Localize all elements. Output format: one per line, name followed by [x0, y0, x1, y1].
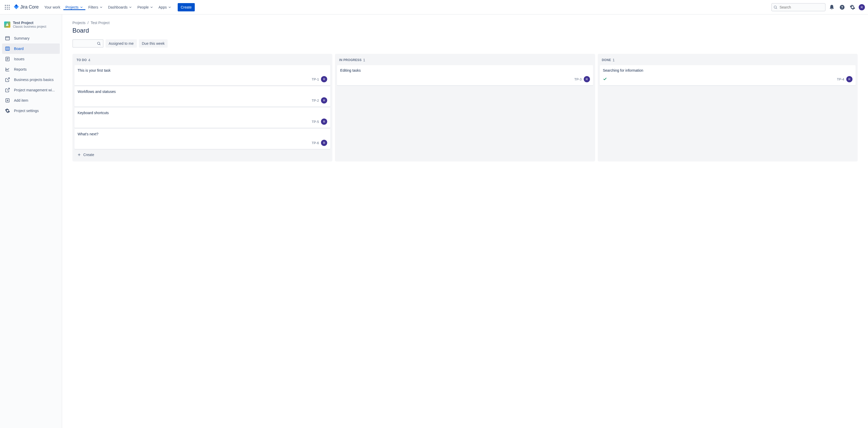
svg-point-1 — [7, 5, 8, 6]
sidebar: Test Project Classic business project Su… — [0, 14, 62, 428]
done-check-icon — [603, 77, 607, 82]
nav-item-people[interactable]: People — [135, 4, 155, 10]
sidebar-item-label: Reports — [14, 67, 27, 71]
nav-item-dashboards[interactable]: Dashboards — [106, 4, 134, 10]
filter-assigned-to-me[interactable]: Assigned to me — [105, 39, 137, 48]
external-icon — [5, 77, 10, 83]
issue-card[interactable]: This is your first taskTP-1R — [74, 65, 330, 85]
assignee-avatar[interactable]: R — [321, 119, 327, 125]
column-header: Done1 — [600, 56, 856, 65]
settings-icon — [5, 108, 10, 114]
nav-item-filters[interactable]: Filters — [86, 4, 105, 10]
card-footer: TP-2R — [78, 97, 327, 103]
assignee-avatar[interactable]: R — [321, 76, 327, 82]
assignee-avatar[interactable]: R — [584, 76, 590, 82]
settings-icon[interactable] — [848, 3, 857, 11]
sidebar-item-reports[interactable]: Reports — [2, 64, 60, 74]
create-issue-button[interactable]: Create — [74, 150, 330, 159]
breadcrumb-projects[interactable]: Projects — [72, 21, 86, 25]
create-issue-label: Create — [83, 153, 94, 157]
board-column-to-do: To do4This is your first taskTP-1RWorkfl… — [72, 54, 332, 161]
sidebar-item-business-projects-basics[interactable]: Business projects basics — [2, 74, 60, 85]
sidebar-item-summary[interactable]: Summary — [2, 33, 60, 43]
app-switcher-icon[interactable] — [3, 3, 11, 11]
nav-item-your-work[interactable]: Your work — [42, 4, 62, 10]
card-footer: TP-6R — [78, 140, 327, 146]
svg-point-0 — [5, 5, 6, 6]
project-name: Test Project — [13, 21, 46, 25]
filter-due-this-week[interactable]: Due this week — [139, 39, 168, 48]
svg-text:?: ? — [841, 5, 843, 9]
issue-title: Workflows and statuses — [78, 90, 327, 94]
column-count: 1 — [363, 58, 365, 62]
chevron-down-icon — [80, 5, 83, 9]
main-content: Projects / Test Project Board Assigned t… — [62, 14, 868, 428]
issue-title: This is your first task — [78, 68, 327, 72]
profile-avatar[interactable]: R — [859, 4, 865, 10]
search-icon — [97, 41, 101, 45]
summary-icon — [5, 35, 10, 41]
column-cards: Editing tasksTP-3R — [337, 65, 593, 85]
issue-key: TP-1 — [312, 78, 319, 81]
assignee-avatar[interactable]: R — [846, 76, 852, 82]
sidebar-item-label: Issues — [14, 57, 24, 61]
nav-item-label: Filters — [89, 5, 98, 9]
nav-item-label: Apps — [159, 5, 167, 9]
sidebar-item-label: Add item — [14, 98, 28, 102]
board-search-input[interactable] — [72, 39, 103, 48]
nav-item-projects[interactable]: Projects — [63, 4, 85, 10]
svg-point-6 — [5, 8, 6, 9]
svg-point-5 — [9, 7, 10, 8]
jira-logo-icon — [13, 4, 19, 10]
sidebar-item-label: Project management wi... — [14, 88, 55, 92]
sidebar-item-label: Board — [14, 47, 24, 51]
issue-card[interactable]: What's next?TP-6R — [74, 129, 330, 149]
svg-point-7 — [7, 8, 8, 9]
sidebar-item-add-item[interactable]: Add item — [2, 95, 60, 105]
column-header: To do4 — [74, 56, 330, 65]
notifications-icon[interactable] — [828, 3, 836, 11]
add-icon — [5, 97, 10, 103]
search-input[interactable] — [771, 3, 826, 11]
top-nav-left: Jira Core Your workProjectsFiltersDashbo… — [3, 3, 195, 11]
page-title: Board — [72, 27, 858, 34]
top-nav: Jira Core Your workProjectsFiltersDashbo… — [0, 0, 868, 14]
sidebar-item-project-settings[interactable]: Project settings — [2, 105, 60, 116]
issue-card[interactable]: Searching for informationTP-4R — [600, 65, 856, 85]
board-column-done: Done1Searching for informationTP-4R — [598, 54, 858, 161]
board-filters: Assigned to me Due this week — [72, 39, 858, 48]
svg-point-9 — [774, 6, 776, 8]
issue-card[interactable]: Workflows and statusesTP-2R — [74, 86, 330, 106]
issue-title: What's next? — [78, 132, 327, 136]
assignee-avatar[interactable]: R — [321, 97, 327, 103]
help-icon[interactable]: ? — [838, 3, 846, 11]
breadcrumb: Projects / Test Project — [72, 21, 858, 25]
issue-card[interactable]: Keyboard shortcutsTP-5R — [74, 108, 330, 128]
card-footer: TP-5R — [78, 119, 327, 125]
external-icon — [5, 87, 10, 93]
svg-point-3 — [5, 7, 6, 8]
column-count: 1 — [613, 58, 615, 62]
issue-title: Searching for information — [603, 68, 852, 72]
project-header[interactable]: Test Project Classic business project — [2, 21, 60, 33]
sidebar-item-issues[interactable]: Issues — [2, 54, 60, 64]
svg-point-13 — [7, 23, 8, 24]
sidebar-items: SummaryBoardIssuesReportsBusiness projec… — [2, 33, 60, 116]
assignee-avatar[interactable]: R — [321, 140, 327, 146]
logo[interactable]: Jira Core — [13, 4, 38, 10]
column-header: In progress1 — [337, 56, 593, 65]
nav-item-apps[interactable]: Apps — [156, 4, 174, 10]
issue-title: Keyboard shortcuts — [78, 111, 327, 115]
board-column-in-progress: In progress1Editing tasksTP-3R — [335, 54, 595, 161]
svg-line-27 — [100, 44, 100, 45]
issue-key: TP-4 — [837, 78, 844, 81]
nav-item-label: Your work — [44, 5, 60, 9]
breadcrumb-project[interactable]: Test Project — [91, 21, 110, 25]
sidebar-item-board[interactable]: Board — [2, 43, 60, 54]
create-button[interactable]: Create — [178, 3, 195, 11]
search-icon — [773, 5, 777, 9]
issue-card[interactable]: Editing tasksTP-3R — [337, 65, 593, 85]
chevron-down-icon — [128, 5, 132, 9]
project-icon — [4, 22, 10, 28]
sidebar-item-project-management-wi[interactable]: Project management wi... — [2, 85, 60, 95]
